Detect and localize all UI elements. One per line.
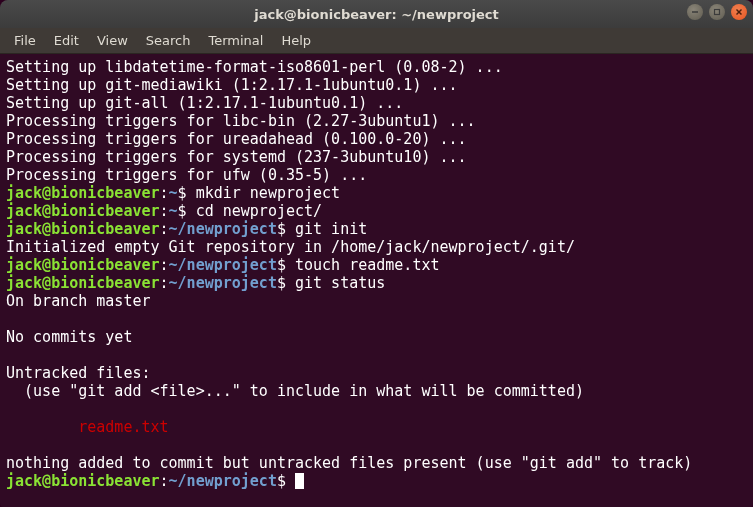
- output-line: (use "git add <file>..." to include in w…: [6, 382, 584, 400]
- cursor: [295, 473, 304, 489]
- cmd: git init: [295, 220, 367, 238]
- output-line: Untracked files:: [6, 364, 151, 382]
- menu-terminal[interactable]: Terminal: [200, 30, 271, 51]
- prompt-sep: :: [160, 220, 169, 238]
- window-title: jack@bionicbeaver: ~/newproject: [254, 7, 499, 22]
- prompt-dollar: $: [277, 472, 295, 490]
- output-line: Processing triggers for ureadahead (0.10…: [6, 130, 467, 148]
- prompt-sep: :: [160, 202, 169, 220]
- prompt-userhost: jack@bionicbeaver: [6, 472, 160, 490]
- prompt-path: ~/newproject: [169, 274, 277, 292]
- menu-file[interactable]: File: [6, 30, 44, 51]
- maximize-icon: [713, 8, 721, 16]
- prompt-path: ~/newproject: [169, 220, 277, 238]
- prompt-userhost: jack@bionicbeaver: [6, 184, 160, 202]
- prompt-path: ~: [169, 202, 178, 220]
- prompt-path: ~/newproject: [169, 472, 277, 490]
- prompt-dollar: $: [178, 184, 196, 202]
- svg-rect-1: [715, 10, 720, 15]
- cmd: git status: [295, 274, 385, 292]
- output-line: Processing triggers for systemd (237-3ub…: [6, 148, 467, 166]
- output-line: Processing triggers for ufw (0.35-5) ...: [6, 166, 367, 184]
- prompt-userhost: jack@bionicbeaver: [6, 202, 160, 220]
- prompt-dollar: $: [178, 202, 196, 220]
- window-controls: [687, 4, 747, 20]
- prompt-sep: :: [160, 256, 169, 274]
- prompt-dollar: $: [277, 220, 295, 238]
- maximize-button[interactable]: [709, 4, 725, 20]
- prompt-path: ~: [169, 184, 178, 202]
- minimize-icon: [691, 8, 699, 16]
- output-line: On branch master: [6, 292, 151, 310]
- cmd: mkdir newproject: [196, 184, 341, 202]
- output-line: Processing triggers for libc-bin (2.27-3…: [6, 112, 476, 130]
- prompt-sep: :: [160, 472, 169, 490]
- output-line: nothing added to commit but untracked fi…: [6, 454, 692, 472]
- prompt-sep: :: [160, 274, 169, 292]
- output-line: Initialized empty Git repository in /hom…: [6, 238, 575, 256]
- cmd: cd newproject/: [196, 202, 322, 220]
- prompt-dollar: $: [277, 274, 295, 292]
- prompt-sep: :: [160, 184, 169, 202]
- prompt-userhost: jack@bionicbeaver: [6, 220, 160, 238]
- prompt-userhost: jack@bionicbeaver: [6, 274, 160, 292]
- close-button[interactable]: [731, 4, 747, 20]
- titlebar: jack@bionicbeaver: ~/newproject: [0, 0, 753, 28]
- menu-view[interactable]: View: [89, 30, 136, 51]
- menu-search[interactable]: Search: [138, 30, 199, 51]
- close-icon: [735, 8, 743, 16]
- untracked-file: readme.txt: [6, 418, 169, 436]
- menubar: File Edit View Search Terminal Help: [0, 28, 753, 54]
- output-line: Setting up libdatetime-format-iso8601-pe…: [6, 58, 503, 76]
- prompt-path: ~/newproject: [169, 256, 277, 274]
- output-line: Setting up git-all (1:2.17.1-1ubuntu0.1)…: [6, 94, 403, 112]
- output-line: Setting up git-mediawiki (1:2.17.1-1ubun…: [6, 76, 458, 94]
- terminal-area[interactable]: Setting up libdatetime-format-iso8601-pe…: [0, 54, 753, 507]
- prompt-dollar: $: [277, 256, 295, 274]
- prompt-userhost: jack@bionicbeaver: [6, 256, 160, 274]
- menu-edit[interactable]: Edit: [46, 30, 87, 51]
- cmd: touch readme.txt: [295, 256, 440, 274]
- terminal-window: jack@bionicbeaver: ~/newproject File Edi…: [0, 0, 753, 507]
- output-line: No commits yet: [6, 328, 132, 346]
- menu-help[interactable]: Help: [273, 30, 319, 51]
- minimize-button[interactable]: [687, 4, 703, 20]
